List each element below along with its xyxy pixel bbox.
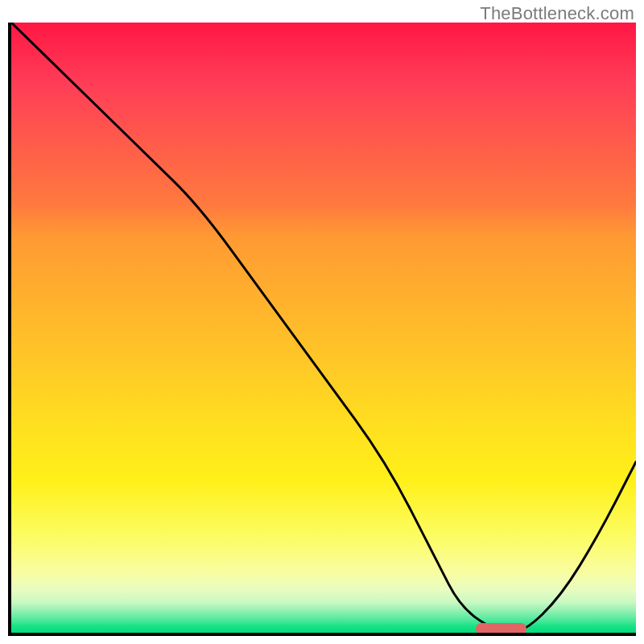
optimal-range-marker (476, 623, 526, 634)
bottleneck-curve-path (11, 23, 636, 633)
curve-svg (11, 23, 636, 633)
chart-container: TheBottleneck.com (0, 0, 644, 644)
watermark-text: TheBottleneck.com (480, 3, 634, 24)
plot-area (8, 23, 636, 636)
